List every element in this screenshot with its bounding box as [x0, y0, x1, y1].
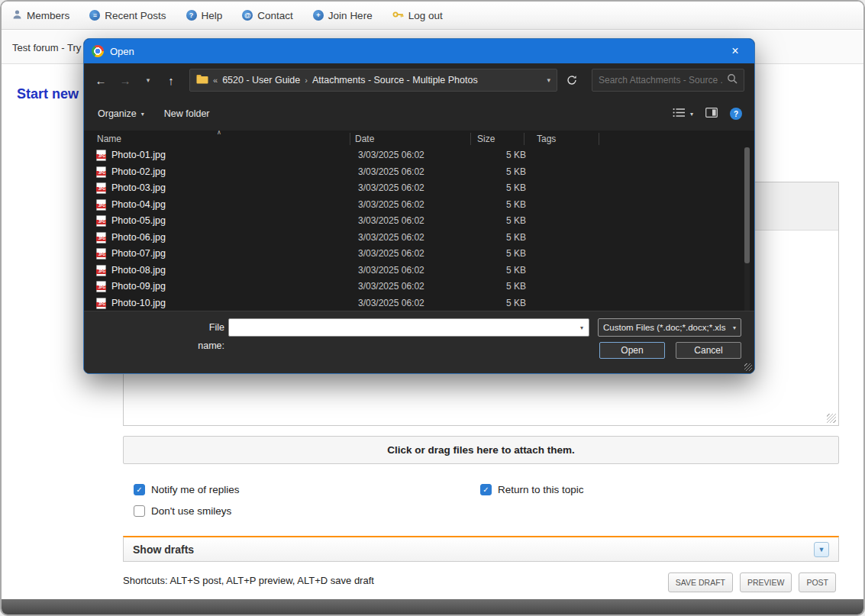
- file-date: 3/03/2025 06:02: [358, 279, 424, 295]
- cancel-button[interactable]: Cancel: [676, 342, 741, 359]
- nav-recent-posts[interactable]: ≡ Recent Posts: [89, 10, 166, 21]
- post-button[interactable]: POST: [799, 572, 836, 592]
- column-date[interactable]: Date: [355, 131, 374, 147]
- column-tags[interactable]: Tags: [537, 131, 556, 147]
- file-size: 5 KB: [450, 180, 526, 197]
- nav-members-label: Members: [27, 10, 69, 21]
- recent-posts-icon: ≡: [89, 10, 100, 21]
- file-name: Photo-02.jpg: [111, 164, 166, 181]
- forward-button[interactable]: →: [116, 71, 134, 89]
- file-list-header: Name ∧ Date Size Tags: [84, 131, 754, 147]
- show-drafts-panel: Show drafts ▼: [123, 536, 839, 562]
- post-actions: SAVE DRAFT PREVIEW POST: [668, 572, 836, 592]
- file-size: 5 KB: [450, 263, 526, 279]
- back-button[interactable]: ←: [92, 71, 110, 89]
- file-size: 5 KB: [450, 213, 526, 230]
- preview-pane-button[interactable]: [705, 108, 718, 120]
- return-to-topic-option[interactable]: ✓ Return to this topic: [480, 484, 584, 495]
- nav-log-out[interactable]: Log out: [392, 10, 443, 21]
- address-dropdown-icon[interactable]: ▾: [547, 76, 550, 84]
- save-draft-button[interactable]: SAVE DRAFT: [668, 572, 733, 592]
- file-row[interactable]: Photo-09.jpg3/03/2025 06:025 KB: [84, 279, 754, 295]
- attachment-dropzone-label: Click or drag files here to attach them.: [387, 444, 574, 456]
- file-size: 5 KB: [450, 230, 526, 247]
- preview-pane-icon: [705, 108, 718, 120]
- textarea-resize-grip[interactable]: [827, 414, 836, 423]
- scrollbar-thumb[interactable]: [744, 147, 750, 263]
- file-row[interactable]: Photo-06.jpg3/03/2025 06:025 KB: [84, 230, 754, 247]
- file-date: 3/03/2025 06:02: [358, 197, 424, 214]
- nav-join-here-label: Join Here: [328, 10, 373, 21]
- file-row[interactable]: Photo-03.jpg3/03/2025 06:025 KB: [84, 180, 754, 197]
- jpg-file-icon: [96, 150, 106, 161]
- file-name: Photo-05.jpg: [111, 213, 166, 230]
- nav-log-out-label: Log out: [408, 10, 443, 21]
- organize-caret-icon: ▾: [141, 111, 144, 118]
- jpg-file-icon: [96, 232, 106, 243]
- help-button[interactable]: ?: [730, 108, 742, 120]
- vertical-scrollbar[interactable]: [744, 147, 750, 312]
- dialog-resize-grip[interactable]: [744, 363, 752, 371]
- jpg-file-icon: [96, 265, 106, 276]
- file-date: 3/03/2025 06:02: [358, 230, 424, 247]
- file-size: 5 KB: [450, 197, 526, 214]
- column-divider: [599, 133, 599, 145]
- collapsed-crumbs-icon[interactable]: «: [213, 76, 218, 85]
- board-breadcrumb[interactable]: Test forum - Try: [12, 42, 81, 53]
- notify-replies-checkbox[interactable]: ✓: [134, 484, 145, 495]
- nav-contact[interactable]: @ Contact: [242, 10, 293, 21]
- file-date: 3/03/2025 06:02: [358, 213, 424, 230]
- forum-top-nav: Members ≡ Recent Posts ? Help @ Contact …: [2, 2, 863, 30]
- notify-replies-option[interactable]: ✓ Notify me of replies: [134, 484, 240, 495]
- search-input[interactable]: [599, 75, 722, 85]
- file-date: 3/03/2025 06:02: [358, 147, 424, 164]
- file-size: 5 KB: [450, 164, 526, 181]
- file-row[interactable]: Photo-04.jpg3/03/2025 06:025 KB: [84, 197, 754, 214]
- attachment-dropzone[interactable]: Click or drag files here to attach them.: [123, 436, 839, 464]
- address-breadcrumb-bar[interactable]: « 6520 - User Guide › Attachments - Sour…: [189, 69, 557, 92]
- organize-label: Organize: [98, 108, 137, 119]
- notify-replies-label: Notify me of replies: [151, 484, 240, 495]
- file-type-select[interactable]: Custom Files (*.doc;*.docx;*.xls ▾: [598, 318, 741, 337]
- file-row[interactable]: Photo-10.jpg3/03/2025 06:025 KB: [84, 295, 754, 312]
- file-name: Photo-04.jpg: [111, 197, 166, 214]
- file-rows: Photo-01.jpg3/03/2025 06:025 KB Photo-02…: [84, 147, 754, 312]
- refresh-icon[interactable]: [562, 69, 582, 92]
- return-to-topic-checkbox[interactable]: ✓: [480, 484, 492, 495]
- page-title: Start new: [17, 86, 79, 102]
- list-view-icon: [673, 108, 686, 120]
- file-name-dropdown-icon[interactable]: ▾: [580, 324, 589, 331]
- file-size: 5 KB: [450, 246, 526, 263]
- column-divider: [524, 133, 524, 145]
- column-divider: [350, 133, 350, 145]
- file-row[interactable]: Photo-02.jpg3/03/2025 06:025 KB: [84, 164, 754, 181]
- search-icon[interactable]: [727, 73, 738, 87]
- new-folder-button[interactable]: New folder: [164, 108, 210, 119]
- file-row[interactable]: Photo-08.jpg3/03/2025 06:025 KB: [84, 263, 754, 279]
- show-drafts-toggle-button[interactable]: ▼: [814, 542, 829, 557]
- file-name: Photo-06.jpg: [111, 230, 166, 247]
- close-icon[interactable]: ×: [724, 44, 747, 58]
- up-button[interactable]: ↑: [162, 71, 180, 89]
- nav-help[interactable]: ? Help: [186, 10, 223, 21]
- column-name[interactable]: Name: [97, 131, 121, 147]
- organize-button[interactable]: Organize ▾: [98, 108, 144, 119]
- nav-members[interactable]: Members: [12, 9, 69, 21]
- dont-use-smileys-option[interactable]: Don't use smileys: [134, 505, 231, 517]
- preview-button[interactable]: PREVIEW: [740, 572, 792, 592]
- column-size[interactable]: Size: [477, 131, 495, 147]
- open-button[interactable]: Open: [599, 342, 665, 359]
- file-name: Photo-03.jpg: [111, 180, 166, 197]
- file-row[interactable]: Photo-05.jpg3/03/2025 06:025 KB: [84, 213, 754, 230]
- jpg-file-icon: [96, 215, 106, 227]
- dont-use-smileys-checkbox[interactable]: [134, 505, 145, 517]
- nav-join-here[interactable]: + Join Here: [313, 10, 373, 21]
- file-name-input[interactable]: [229, 322, 580, 333]
- file-row[interactable]: Photo-01.jpg3/03/2025 06:025 KB: [84, 147, 754, 164]
- recent-locations-icon[interactable]: ▾: [139, 71, 157, 89]
- file-row[interactable]: Photo-07.jpg3/03/2025 06:025 KB: [84, 246, 754, 263]
- members-icon: [12, 9, 22, 21]
- breadcrumb-current[interactable]: Attachments - Source - Multiple Photos: [312, 75, 478, 85]
- breadcrumb-root[interactable]: 6520 - User Guide: [222, 75, 300, 85]
- list-view-button[interactable]: ▾: [673, 108, 693, 120]
